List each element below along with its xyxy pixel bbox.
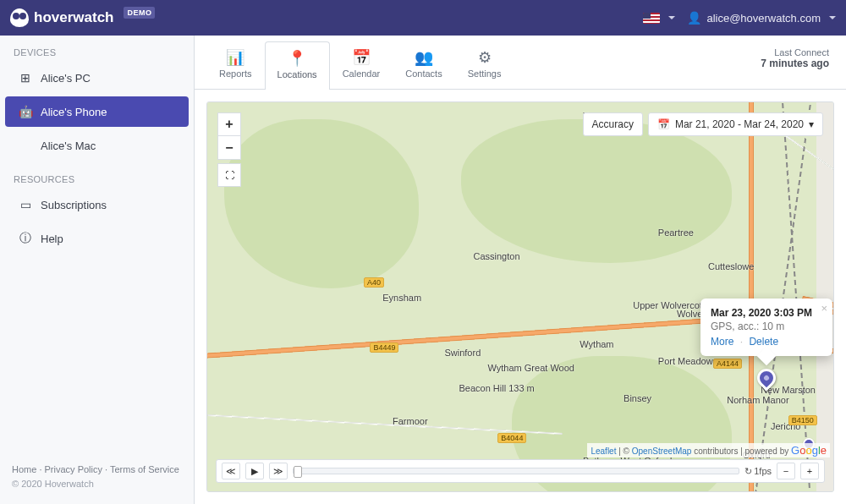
tab-label: Calendar bbox=[343, 68, 381, 79]
popup-delete-link[interactable]: Delete bbox=[749, 336, 778, 348]
calendar-icon: 📅 bbox=[352, 50, 371, 65]
playback-play-button[interactable]: ▶ bbox=[245, 463, 264, 479]
tab-label: Locations bbox=[277, 69, 317, 79]
tab-locations[interactable]: 📍 Locations bbox=[265, 41, 330, 90]
playback-bar: ≪ ▶ ≫ 1fps − + bbox=[216, 459, 825, 483]
sidebar-item-device-mac[interactable]: Alice's Mac bbox=[5, 130, 189, 161]
footer-copyright: © 2020 Hoverwatch bbox=[12, 477, 182, 492]
playback-speed-up-button[interactable]: + bbox=[800, 463, 819, 479]
map-place-label: Binsey bbox=[624, 393, 651, 403]
playback-track[interactable] bbox=[293, 468, 739, 474]
footer-link-home[interactable]: Home bbox=[12, 464, 36, 474]
apple-icon bbox=[19, 139, 32, 152]
map-road-tag: B4150 bbox=[788, 415, 817, 425]
footer-link-terms[interactable]: Terms of Service bbox=[105, 464, 179, 474]
user-email: alice@hoverwatch.com bbox=[706, 12, 821, 25]
sidebar-item-label: Alice's PC bbox=[41, 72, 91, 85]
sidebar-heading-devices: DEVICES bbox=[0, 36, 194, 61]
sidebar-item-label: Alice's Phone bbox=[41, 106, 107, 118]
sidebar-item-device-pc[interactable]: ⊞ Alice's PC bbox=[5, 63, 189, 93]
caret-down-icon bbox=[829, 16, 836, 23]
android-icon: 🤖 bbox=[19, 105, 32, 118]
sidebar-item-label: Subscriptions bbox=[41, 199, 107, 211]
date-range-value: Mar 21, 2020 - Mar 24, 2020 bbox=[675, 118, 804, 130]
sidebar: DEVICES ⊞ Alice's PC 🤖 Alice's Phone Ali… bbox=[0, 36, 195, 504]
map-place-label: Port Meadow bbox=[658, 356, 713, 366]
zoom-control: + − bbox=[217, 112, 241, 160]
popup-close-button[interactable]: × bbox=[821, 302, 827, 315]
tab-calendar[interactable]: 📅 Calendar bbox=[330, 41, 393, 89]
attribution-powered: powered by bbox=[745, 446, 791, 456]
playback-rewind-button[interactable]: ≪ bbox=[222, 463, 240, 479]
content: 📊 Reports 📍 Locations 📅 Calendar 👥 Conta… bbox=[195, 36, 846, 504]
map-place-label: Cassington bbox=[474, 251, 520, 261]
map-place-label: Wytham bbox=[580, 339, 613, 349]
sidebar-item-label: Alice's Mac bbox=[41, 140, 96, 152]
tab-settings[interactable]: ⚙ Settings bbox=[455, 41, 514, 89]
brand-name: hoverwatch bbox=[34, 9, 113, 26]
playback-thumb[interactable] bbox=[294, 466, 302, 478]
chart-icon: 📊 bbox=[226, 50, 244, 65]
map[interactable]: YarntonCassingtonEynshamSwinfordWythamWy… bbox=[206, 101, 834, 492]
zoom-in-button[interactable]: + bbox=[217, 112, 241, 136]
playback-speed-down-button[interactable]: − bbox=[777, 463, 795, 479]
last-connect: Last Connect 7 minutes ago bbox=[761, 41, 834, 69]
map-place-label: Beacon Hill 133 m bbox=[459, 383, 534, 393]
location-popup: × Mar 23, 2020 3:03 PM GPS, acc.: 10 m M… bbox=[700, 299, 832, 356]
topbar: hoverwatch DEMO 👤 alice@hoverwatch.com bbox=[0, 0, 846, 36]
playback-speed-label: 1fps bbox=[744, 466, 772, 477]
sidebar-item-help[interactable]: ⓘ Help bbox=[5, 223, 189, 254]
map-place-label: Eynsham bbox=[382, 293, 421, 303]
zoom-out-button[interactable]: − bbox=[217, 136, 241, 160]
map-road-tag: A4144 bbox=[713, 359, 742, 369]
sidebar-footer: Home Privacy Policy Terms of Service © 2… bbox=[0, 454, 194, 504]
sidebar-heading-resources: RESOURCES bbox=[0, 162, 194, 188]
demo-badge: DEMO bbox=[124, 7, 155, 19]
tab-reports[interactable]: 📊 Reports bbox=[206, 41, 265, 89]
sidebar-item-device-phone[interactable]: 🤖 Alice's Phone bbox=[5, 96, 189, 127]
owl-icon bbox=[10, 8, 29, 27]
tab-contacts[interactable]: 👥 Contacts bbox=[393, 41, 454, 89]
calendar-icon: 📅 bbox=[657, 118, 670, 130]
last-connect-value: 7 minutes ago bbox=[761, 58, 829, 69]
date-range-picker[interactable]: 📅 Mar 21, 2020 - Mar 24, 2020 ▾ bbox=[648, 112, 823, 136]
sidebar-item-label: Help bbox=[41, 233, 63, 245]
popup-more-link[interactable]: More bbox=[711, 336, 733, 348]
map-road-tag: B4044 bbox=[497, 433, 526, 443]
account-menu[interactable]: 👤 alice@hoverwatch.com bbox=[687, 11, 836, 25]
brand-logo[interactable]: hoverwatch DEMO bbox=[10, 8, 155, 27]
pin-icon: 📍 bbox=[288, 51, 306, 66]
card-icon: ▭ bbox=[19, 198, 32, 211]
contacts-icon: 👥 bbox=[415, 50, 433, 65]
fullscreen-control: ⛶ bbox=[217, 163, 241, 187]
tab-label: Reports bbox=[219, 68, 252, 79]
popup-timestamp: Mar 23, 2020 3:03 PM bbox=[711, 307, 812, 319]
attribution-contrib: contributors | bbox=[694, 446, 744, 456]
accuracy-toggle[interactable]: Accuracy bbox=[583, 112, 643, 136]
playback-forward-button[interactable]: ≫ bbox=[269, 463, 288, 479]
info-icon: ⓘ bbox=[19, 232, 32, 245]
map-place-label: Norham Manor bbox=[727, 395, 788, 405]
user-icon: 👤 bbox=[687, 11, 701, 25]
map-place-label: Peartree bbox=[658, 227, 694, 238]
map-road-tag: B4449 bbox=[370, 342, 398, 353]
flag-us-icon bbox=[643, 13, 660, 24]
caret-down-icon bbox=[668, 16, 675, 23]
tab-label: Settings bbox=[468, 68, 502, 79]
sidebar-item-subscriptions[interactable]: ▭ Subscriptions bbox=[5, 189, 189, 220]
map-place-label: Cutteslowe bbox=[708, 261, 754, 271]
tab-label: Contacts bbox=[405, 68, 442, 79]
map-place-label: Wytham Great Wood bbox=[488, 363, 574, 373]
language-switch[interactable] bbox=[643, 13, 675, 24]
windows-icon: ⊞ bbox=[19, 71, 32, 85]
tabs: 📊 Reports 📍 Locations 📅 Calendar 👥 Conta… bbox=[195, 36, 846, 90]
attribution-leaflet-link[interactable]: Leaflet bbox=[591, 446, 616, 456]
footer-link-privacy[interactable]: Privacy Policy bbox=[39, 464, 102, 474]
google-logo: Google bbox=[791, 444, 827, 457]
fullscreen-button[interactable]: ⛶ bbox=[217, 163, 241, 187]
attribution-osm-link[interactable]: OpenStreetMap bbox=[632, 446, 692, 456]
map-road-tag: A40 bbox=[364, 277, 384, 288]
gear-icon: ⚙ bbox=[478, 50, 492, 65]
accuracy-label: Accuracy bbox=[592, 118, 634, 130]
map-place-label: Farmoor bbox=[393, 416, 428, 426]
